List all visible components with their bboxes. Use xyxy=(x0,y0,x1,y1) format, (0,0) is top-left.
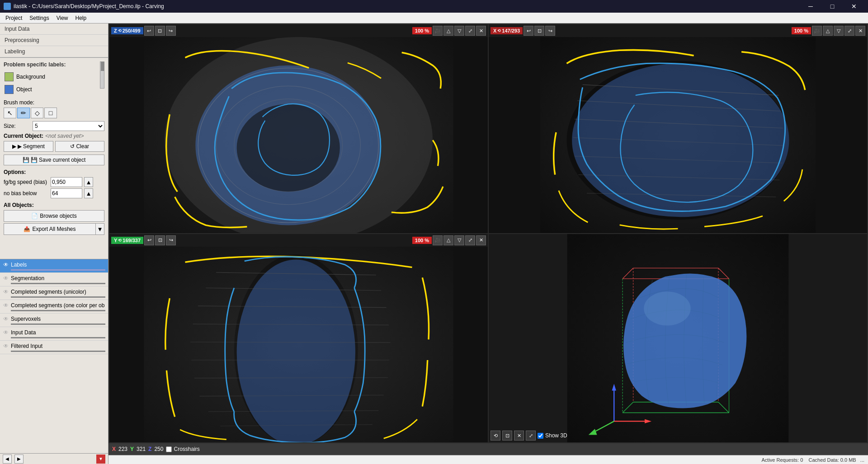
layer-eye-input-data[interactable]: 👁 xyxy=(3,329,9,336)
crosshairs-checkbox[interactable] xyxy=(166,446,172,452)
brush-box-btn[interactable]: □ xyxy=(44,108,57,118)
segment-label: ▶ Segment xyxy=(18,143,45,150)
menubar: Project Settings View Help xyxy=(0,13,868,23)
nav-left-button[interactable]: ◀ xyxy=(3,455,12,464)
vp-y-undo[interactable]: ↩ xyxy=(144,235,154,245)
vp-y-close[interactable]: ✕ xyxy=(476,235,486,245)
background-color-swatch xyxy=(5,72,14,81)
svg-point-3 xyxy=(237,104,340,192)
vp-y-cam[interactable]: 🎥 xyxy=(433,235,443,245)
vp-z-tri-up[interactable]: △ xyxy=(443,26,453,36)
vp-x-fit[interactable]: ⊡ xyxy=(534,26,544,36)
vp-z-cam[interactable]: 🎥 xyxy=(433,26,443,36)
fg-bg-speed-input[interactable] xyxy=(51,177,82,187)
nav-tabs: Input Data Preprocessing Labeling xyxy=(0,23,108,58)
vp-3d-btn1[interactable]: ⟲ xyxy=(491,431,500,441)
export-icon: 📤 xyxy=(24,226,30,232)
layer-item-filtered-input[interactable]: 👁 Filtered Input xyxy=(0,341,108,354)
vp-x-tri-up[interactable]: △ xyxy=(823,26,833,36)
slice-y: 169/337 xyxy=(123,238,141,243)
layer-item-input-data[interactable]: 👁 Input Data xyxy=(0,327,108,341)
browse-btn-container: 📄 Browse objects xyxy=(4,210,104,222)
viewport-z-canvas xyxy=(109,37,488,233)
layer-eye-completed-multicolor[interactable]: 👁 xyxy=(3,302,9,309)
current-object-label: Current Object: xyxy=(4,133,43,139)
minimize-button[interactable]: ─ xyxy=(800,0,821,13)
viewport-z: Z ⟲ 250/499 ↩ ⊡ ↪ 100 % 🎥 △ ▽ ⤢ xyxy=(109,24,488,233)
no-bias-input[interactable] xyxy=(51,188,82,198)
layer-bar-supervoxels xyxy=(11,323,105,325)
layer-item-completed-unicolor[interactable]: 👁 Completed segments (unicolor) xyxy=(0,286,108,300)
vp-3d-btn2[interactable]: ⊡ xyxy=(502,431,512,441)
vp-x-close[interactable]: ✕ xyxy=(855,26,865,36)
menu-help[interactable]: Help xyxy=(72,14,90,22)
menu-view[interactable]: View xyxy=(53,14,72,22)
close-button[interactable]: ✕ xyxy=(844,0,864,13)
main-layout: Input Data Preprocessing Labeling Proble… xyxy=(0,23,868,464)
no-bias-spinner-up[interactable]: ▲ xyxy=(84,188,93,198)
brush-erase-btn[interactable]: ◇ xyxy=(31,108,43,118)
layer-eye-filtered-input[interactable]: 👁 xyxy=(3,343,9,349)
vp-z-redo[interactable]: ↪ xyxy=(166,26,176,36)
tab-input-data[interactable]: Input Data xyxy=(0,23,108,35)
brush-paint-btn[interactable]: ✏ xyxy=(17,108,30,118)
vp-z-close[interactable]: ✕ xyxy=(476,26,486,36)
left-panel: Input Data Preprocessing Labeling Proble… xyxy=(0,23,108,464)
brush-buttons: ↖ ✏ ◇ □ xyxy=(4,108,104,118)
brush-mode-section: Brush mode: ↖ ✏ ◇ □ xyxy=(4,99,104,118)
menu-settings[interactable]: Settings xyxy=(26,14,52,22)
vp-y-expand[interactable]: ⤢ xyxy=(465,235,475,245)
no-bias-label: no bias below xyxy=(4,190,49,197)
vp-x-cam[interactable]: 🎥 xyxy=(812,26,822,36)
vp-z-fit[interactable]: ⊡ xyxy=(155,26,165,36)
slice-z: 250/499 xyxy=(123,28,141,33)
layer-eye-labels[interactable]: 👁 xyxy=(3,262,9,268)
vp-y-tri-up[interactable]: △ xyxy=(443,235,453,245)
layer-item-supervoxels[interactable]: 👁 Supervoxels xyxy=(0,314,108,327)
nav-right-button[interactable]: ▶ xyxy=(14,455,24,464)
maximize-button[interactable]: □ xyxy=(822,0,843,13)
app-icon xyxy=(4,3,11,10)
layer-item-segmentation[interactable]: 👁 Segmentation xyxy=(0,273,108,286)
nav-down-button[interactable]: ▼ xyxy=(96,455,105,464)
label-row-object: Object xyxy=(4,83,98,96)
vp-x-tri-down[interactable]: ▽ xyxy=(834,26,844,36)
layer-item-completed-multicolor[interactable]: 👁 Completed segments (one color per ob xyxy=(0,300,108,314)
x-label: X xyxy=(112,446,116,452)
show-3d-checkbox-label[interactable]: Show 3D xyxy=(538,432,567,439)
tab-labeling[interactable]: Labeling xyxy=(0,46,108,57)
cached-data: Cached Data: 0.0 MB xyxy=(808,457,856,463)
size-select[interactable]: 5 12310 xyxy=(33,121,104,131)
export-meshes-button[interactable]: 📤 Export All Meshes xyxy=(4,223,95,235)
vp-x-expand[interactable]: ⤢ xyxy=(844,26,854,36)
fg-bg-speed-spinner-up[interactable]: ▲ xyxy=(84,177,93,187)
layer-item-labels[interactable]: 👁 Labels xyxy=(0,259,108,273)
layer-name-input-data: Input Data xyxy=(11,329,105,336)
vp-z-undo[interactable]: ↩ xyxy=(144,26,154,36)
export-dropdown-button[interactable]: ▼ xyxy=(95,223,104,235)
y-label: Y xyxy=(130,446,134,452)
vp-y-tri-down[interactable]: ▽ xyxy=(454,235,464,245)
browse-objects-button[interactable]: 📄 Browse objects xyxy=(4,210,104,222)
viewport-y-toolbar: Y ⟲ 169/337 ↩ ⊡ ↪ 100 % 🎥 △ ▽ ⤢ xyxy=(109,234,488,247)
vp-y-redo[interactable]: ↪ xyxy=(166,235,176,245)
layer-bar-completed-unicolor xyxy=(11,296,105,298)
vp-z-tri-down[interactable]: ▽ xyxy=(454,26,464,36)
vp-y-fit[interactable]: ⊡ xyxy=(155,235,165,245)
menu-project[interactable]: Project xyxy=(2,14,26,22)
show-3d-checkbox[interactable] xyxy=(538,433,543,439)
vp-3d-btn3[interactable]: ✕ xyxy=(514,431,524,441)
clear-button[interactable]: ↺ Clear xyxy=(55,141,105,152)
layer-eye-supervoxels[interactable]: 👁 xyxy=(3,316,9,322)
tab-preprocessing[interactable]: Preprocessing xyxy=(0,35,108,46)
vp-x-undo[interactable]: ↩ xyxy=(524,26,533,36)
panel-content: Problem specific labels: Background Obje… xyxy=(0,58,108,259)
layer-eye-segmentation[interactable]: 👁 xyxy=(3,275,9,281)
save-object-button[interactable]: 💾 💾 Save current object xyxy=(4,155,104,165)
vp-3d-btn4[interactable]: ⤢ xyxy=(526,431,536,441)
vp-z-expand[interactable]: ⤢ xyxy=(465,26,475,36)
vp-x-redo[interactable]: ↪ xyxy=(545,26,555,36)
brush-select-btn[interactable]: ↖ xyxy=(4,108,16,118)
layer-eye-completed-unicolor[interactable]: 👁 xyxy=(3,289,9,295)
segment-button[interactable]: ▶ ▶ Segment xyxy=(4,141,53,152)
